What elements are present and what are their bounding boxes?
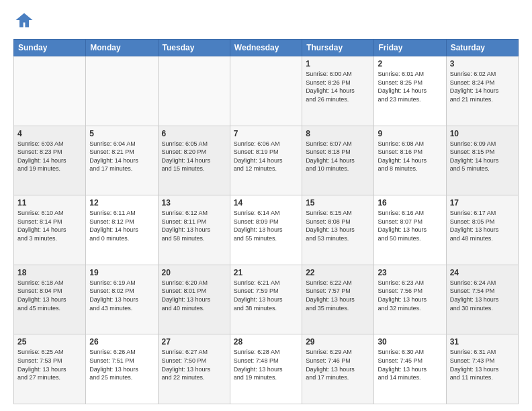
day-cell: 16Sunrise: 6:16 AM Sunset: 8:07 PM Dayli… <box>374 195 446 265</box>
day-cell: 22Sunrise: 6:22 AM Sunset: 7:57 PM Dayli… <box>302 265 374 334</box>
day-cell: 13Sunrise: 6:12 AM Sunset: 8:11 PM Dayli… <box>158 195 230 265</box>
day-number: 16 <box>378 198 442 208</box>
day-info: Sunrise: 6:21 AM Sunset: 7:59 PM Dayligh… <box>234 279 298 312</box>
day-info: Sunrise: 6:25 AM Sunset: 7:53 PM Dayligh… <box>17 348 82 381</box>
day-number: 26 <box>89 337 154 347</box>
day-info: Sunrise: 6:06 AM Sunset: 8:19 PM Dayligh… <box>234 140 298 173</box>
day-cell: 5Sunrise: 6:04 AM Sunset: 8:21 PM Daylig… <box>86 126 158 195</box>
day-number: 11 <box>17 198 82 208</box>
week-row-2: 11Sunrise: 6:10 AM Sunset: 8:14 PM Dayli… <box>14 195 519 265</box>
calendar-table: SundayMondayTuesdayWednesdayThursdayFrid… <box>13 39 519 404</box>
day-number: 24 <box>450 268 515 277</box>
day-cell: 3Sunrise: 6:02 AM Sunset: 8:24 PM Daylig… <box>446 56 518 126</box>
week-row-3: 18Sunrise: 6:18 AM Sunset: 8:04 PM Dayli… <box>14 265 519 334</box>
day-number: 1 <box>306 59 370 68</box>
calendar-header: SundayMondayTuesdayWednesdayThursdayFrid… <box>14 40 519 56</box>
day-number: 14 <box>234 198 298 208</box>
weekday-header-tuesday: Tuesday <box>158 40 230 56</box>
day-number: 31 <box>450 337 515 347</box>
day-info: Sunrise: 6:17 AM Sunset: 8:05 PM Dayligh… <box>450 209 515 242</box>
day-cell: 11Sunrise: 6:10 AM Sunset: 8:14 PM Dayli… <box>14 195 86 265</box>
day-number: 18 <box>17 268 82 277</box>
day-info: Sunrise: 6:11 AM Sunset: 8:12 PM Dayligh… <box>89 209 154 242</box>
week-row-0: 1Sunrise: 6:00 AM Sunset: 8:26 PM Daylig… <box>14 56 519 126</box>
day-cell: 28Sunrise: 6:28 AM Sunset: 7:48 PM Dayli… <box>230 334 302 404</box>
day-info: Sunrise: 6:27 AM Sunset: 7:50 PM Dayligh… <box>162 348 226 381</box>
day-number: 23 <box>378 268 442 277</box>
day-number: 2 <box>378 59 442 68</box>
day-number: 19 <box>89 268 154 277</box>
day-info: Sunrise: 6:12 AM Sunset: 8:11 PM Dayligh… <box>162 209 226 242</box>
day-cell: 14Sunrise: 6:14 AM Sunset: 8:09 PM Dayli… <box>230 195 302 265</box>
day-info: Sunrise: 6:09 AM Sunset: 8:15 PM Dayligh… <box>450 140 515 173</box>
day-number: 4 <box>17 129 82 138</box>
day-cell: 6Sunrise: 6:05 AM Sunset: 8:20 PM Daylig… <box>158 126 230 195</box>
day-info: Sunrise: 6:05 AM Sunset: 8:20 PM Dayligh… <box>162 140 226 173</box>
day-number: 30 <box>378 337 442 347</box>
day-info: Sunrise: 6:16 AM Sunset: 8:07 PM Dayligh… <box>378 209 442 242</box>
day-cell: 30Sunrise: 6:30 AM Sunset: 7:45 PM Dayli… <box>374 334 446 404</box>
logo <box>13 11 34 32</box>
day-info: Sunrise: 6:22 AM Sunset: 7:57 PM Dayligh… <box>306 279 370 312</box>
day-cell: 1Sunrise: 6:00 AM Sunset: 8:26 PM Daylig… <box>302 56 374 126</box>
day-cell: 10Sunrise: 6:09 AM Sunset: 8:15 PM Dayli… <box>446 126 518 195</box>
day-cell: 26Sunrise: 6:26 AM Sunset: 7:51 PM Dayli… <box>86 334 158 404</box>
day-info: Sunrise: 6:24 AM Sunset: 7:54 PM Dayligh… <box>450 279 515 312</box>
day-number: 10 <box>450 129 515 138</box>
logo-icon <box>15 11 34 30</box>
weekday-header-friday: Friday <box>374 40 446 56</box>
day-cell: 31Sunrise: 6:31 AM Sunset: 7:43 PM Dayli… <box>446 334 518 404</box>
header <box>13 11 519 32</box>
day-number: 29 <box>306 337 370 347</box>
day-cell <box>14 56 86 126</box>
day-cell: 24Sunrise: 6:24 AM Sunset: 7:54 PM Dayli… <box>446 265 518 334</box>
day-cell: 4Sunrise: 6:03 AM Sunset: 8:23 PM Daylig… <box>14 126 86 195</box>
day-info: Sunrise: 6:18 AM Sunset: 8:04 PM Dayligh… <box>17 279 82 312</box>
day-info: Sunrise: 6:29 AM Sunset: 7:46 PM Dayligh… <box>306 348 370 381</box>
day-cell: 20Sunrise: 6:20 AM Sunset: 8:01 PM Dayli… <box>158 265 230 334</box>
week-row-4: 25Sunrise: 6:25 AM Sunset: 7:53 PM Dayli… <box>14 334 519 404</box>
header-row: SundayMondayTuesdayWednesdayThursdayFrid… <box>14 40 519 56</box>
calendar: SundayMondayTuesdayWednesdayThursdayFrid… <box>13 39 519 404</box>
day-cell: 17Sunrise: 6:17 AM Sunset: 8:05 PM Dayli… <box>446 195 518 265</box>
day-cell: 8Sunrise: 6:07 AM Sunset: 8:18 PM Daylig… <box>302 126 374 195</box>
day-cell: 15Sunrise: 6:15 AM Sunset: 8:08 PM Dayli… <box>302 195 374 265</box>
day-info: Sunrise: 6:14 AM Sunset: 8:09 PM Dayligh… <box>234 209 298 242</box>
day-cell: 18Sunrise: 6:18 AM Sunset: 8:04 PM Dayli… <box>14 265 86 334</box>
day-info: Sunrise: 6:08 AM Sunset: 8:16 PM Dayligh… <box>378 140 442 173</box>
weekday-header-thursday: Thursday <box>302 40 374 56</box>
day-info: Sunrise: 6:26 AM Sunset: 7:51 PM Dayligh… <box>89 348 154 381</box>
weekday-header-monday: Monday <box>86 40 158 56</box>
day-info: Sunrise: 6:28 AM Sunset: 7:48 PM Dayligh… <box>234 348 298 381</box>
day-cell: 2Sunrise: 6:01 AM Sunset: 8:25 PM Daylig… <box>374 56 446 126</box>
day-number: 27 <box>162 337 226 347</box>
weekday-header-wednesday: Wednesday <box>230 40 302 56</box>
day-cell <box>158 56 230 126</box>
weekday-header-saturday: Saturday <box>446 40 518 56</box>
day-info: Sunrise: 6:31 AM Sunset: 7:43 PM Dayligh… <box>450 348 515 381</box>
day-number: 21 <box>234 268 298 277</box>
day-number: 13 <box>162 198 226 208</box>
day-cell: 25Sunrise: 6:25 AM Sunset: 7:53 PM Dayli… <box>14 334 86 404</box>
page: SundayMondayTuesdayWednesdayThursdayFrid… <box>0 0 532 411</box>
day-number: 22 <box>306 268 370 277</box>
day-cell <box>230 56 302 126</box>
day-number: 20 <box>162 268 226 277</box>
day-info: Sunrise: 6:20 AM Sunset: 8:01 PM Dayligh… <box>162 279 226 312</box>
day-cell <box>86 56 158 126</box>
day-cell: 29Sunrise: 6:29 AM Sunset: 7:46 PM Dayli… <box>302 334 374 404</box>
day-cell: 19Sunrise: 6:19 AM Sunset: 8:02 PM Dayli… <box>86 265 158 334</box>
day-info: Sunrise: 6:07 AM Sunset: 8:18 PM Dayligh… <box>306 140 370 173</box>
day-info: Sunrise: 6:19 AM Sunset: 8:02 PM Dayligh… <box>89 279 154 312</box>
day-cell: 23Sunrise: 6:23 AM Sunset: 7:56 PM Dayli… <box>374 265 446 334</box>
day-info: Sunrise: 6:04 AM Sunset: 8:21 PM Dayligh… <box>89 140 154 173</box>
day-cell: 9Sunrise: 6:08 AM Sunset: 8:16 PM Daylig… <box>374 126 446 195</box>
day-info: Sunrise: 6:02 AM Sunset: 8:24 PM Dayligh… <box>450 70 515 103</box>
day-number: 7 <box>234 129 298 138</box>
day-cell: 21Sunrise: 6:21 AM Sunset: 7:59 PM Dayli… <box>230 265 302 334</box>
day-info: Sunrise: 6:03 AM Sunset: 8:23 PM Dayligh… <box>17 140 82 173</box>
day-info: Sunrise: 6:00 AM Sunset: 8:26 PM Dayligh… <box>306 70 370 103</box>
day-number: 12 <box>89 198 154 208</box>
day-number: 3 <box>450 59 515 68</box>
svg-marker-0 <box>15 13 32 28</box>
